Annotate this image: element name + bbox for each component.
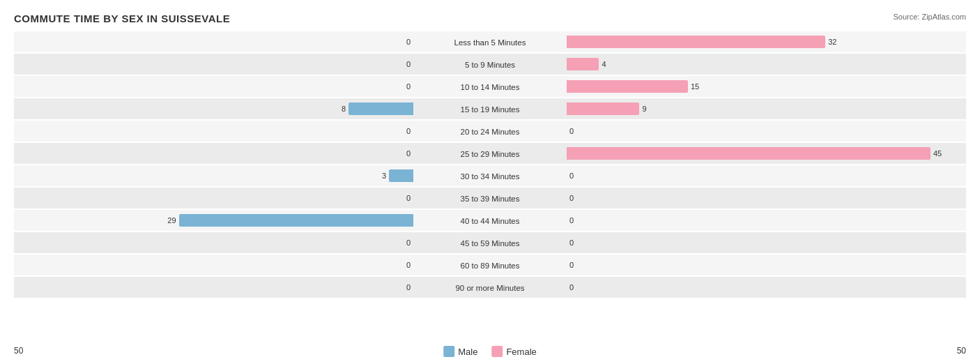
- row-label: Less than 5 Minutes: [454, 38, 526, 47]
- female-bar-container: 9: [567, 103, 647, 115]
- label-area: 45 to 59 Minutes: [413, 236, 567, 249]
- legend-female-color: [491, 346, 503, 357]
- female-value: 0: [569, 283, 574, 291]
- female-bar-container: 0: [567, 281, 574, 294]
- chart-row: 0 10 to 14 Minutes 15: [14, 76, 966, 97]
- female-value: 45: [933, 149, 942, 158]
- row-label: 10 to 14 Minutes: [460, 83, 519, 91]
- label-area: 5 to 9 Minutes: [413, 58, 567, 70]
- female-value: 0: [569, 238, 574, 247]
- female-bar-container: 0: [567, 214, 574, 227]
- male-value: 29: [167, 216, 176, 225]
- axis-right-label: 50: [957, 346, 966, 356]
- label-area: 10 to 14 Minutes: [413, 80, 567, 93]
- chart-row: 0 35 to 39 Minutes 0: [14, 188, 966, 208]
- legend-female-label: Female: [506, 347, 536, 357]
- label-area: 20 to 24 Minutes: [413, 125, 567, 137]
- male-value: 0: [406, 238, 411, 247]
- female-bar-container: 4: [567, 58, 606, 70]
- chart-container: COMMUTE TIME BY SEX IN SUISSEVALE Source…: [0, 0, 980, 364]
- row-content: 8 15 to 19 Minutes 9: [14, 98, 966, 119]
- male-bar-container: 0: [406, 147, 413, 160]
- chart-row: 3 30 to 34 Minutes 0: [14, 165, 966, 186]
- label-area: 40 to 44 Minutes: [413, 214, 567, 227]
- row-label: 45 to 59 Minutes: [460, 239, 519, 248]
- female-value: 0: [569, 172, 574, 180]
- chart-row: 0 60 to 89 Minutes 0: [14, 255, 966, 275]
- label-area: 25 to 29 Minutes: [413, 147, 567, 160]
- female-value: 32: [828, 38, 836, 46]
- male-bar-container: 0: [406, 125, 413, 137]
- male-bar: [179, 214, 413, 227]
- label-area: 30 to 34 Minutes: [413, 169, 567, 182]
- chart-row: 0 5 to 9 Minutes 4: [14, 54, 966, 75]
- male-bar-container: 0: [406, 236, 413, 249]
- row-label: 15 to 19 Minutes: [460, 105, 519, 114]
- male-value: 8: [342, 105, 346, 113]
- female-bar: [567, 36, 825, 48]
- chart-row: 0 20 to 24 Minutes 0: [14, 121, 966, 142]
- label-area: 35 to 39 Minutes: [413, 192, 567, 204]
- legend-male: Male: [443, 346, 477, 357]
- female-bar-container: 32: [567, 36, 836, 48]
- female-bar-container: 0: [567, 259, 574, 271]
- chart-row: 8 15 to 19 Minutes 9: [14, 98, 966, 119]
- legend-male-color: [443, 346, 454, 357]
- female-value: 15: [691, 82, 699, 91]
- female-value: 0: [569, 216, 574, 225]
- male-value: 0: [406, 38, 411, 46]
- male-bar-container: 0: [406, 36, 413, 48]
- male-bar: [389, 169, 413, 182]
- chart-row: 0 25 to 29 Minutes 45: [14, 143, 966, 164]
- row-content: 0 5 to 9 Minutes 4: [14, 54, 966, 75]
- row-label: 30 to 34 Minutes: [460, 172, 519, 181]
- legend-male-label: Male: [458, 347, 477, 357]
- chart-row: 0 Less than 5 Minutes 32: [14, 31, 966, 52]
- row-content: 0 35 to 39 Minutes 0: [14, 188, 966, 208]
- male-value: 0: [406, 149, 411, 158]
- chart-row: 0 90 or more Minutes 0: [14, 277, 966, 298]
- male-value: 0: [406, 60, 411, 68]
- female-bar: [567, 103, 639, 115]
- male-value: 0: [406, 194, 411, 202]
- row-label: 25 to 29 Minutes: [460, 150, 519, 158]
- chart-row: 0 45 to 59 Minutes 0: [14, 232, 966, 253]
- female-bar-container: 0: [567, 236, 574, 249]
- female-bar-container: 0: [567, 192, 574, 204]
- female-bar-container: 45: [567, 147, 942, 160]
- row-content: 0 10 to 14 Minutes 15: [14, 76, 966, 97]
- male-value: 0: [406, 82, 411, 91]
- female-value: 0: [569, 194, 574, 202]
- row-label: 60 to 89 Minutes: [460, 261, 519, 270]
- chart-area: 0 Less than 5 Minutes 32 0 5 to 9 Minute…: [14, 31, 966, 310]
- female-bar-container: 0: [567, 169, 574, 182]
- row-content: 0 20 to 24 Minutes 0: [14, 121, 966, 142]
- row-content: 0 25 to 29 Minutes 45: [14, 143, 966, 164]
- row-label: 20 to 24 Minutes: [460, 128, 519, 136]
- row-content: 3 30 to 34 Minutes 0: [14, 165, 966, 186]
- row-label: 90 or more Minutes: [455, 284, 524, 292]
- chart-title: COMMUTE TIME BY SEX IN SUISSEVALE: [14, 13, 966, 24]
- female-bar: [567, 80, 688, 93]
- male-value: 0: [406, 261, 411, 269]
- source-label: Source: ZipAtlas.com: [893, 13, 966, 21]
- female-bar-container: 15: [567, 80, 699, 93]
- male-bar-container: 3: [382, 169, 413, 182]
- chart-row: 29 40 to 44 Minutes 0: [14, 210, 966, 231]
- male-bar-container: 29: [167, 214, 413, 227]
- row-label: 40 to 44 Minutes: [460, 217, 519, 225]
- label-area: Less than 5 Minutes: [413, 36, 567, 48]
- legend: Male Female: [443, 346, 537, 357]
- male-bar-container: 8: [342, 103, 413, 115]
- row-content: 0 Less than 5 Minutes 32: [14, 31, 966, 52]
- female-value: 0: [569, 127, 574, 135]
- male-bar-container: 0: [406, 80, 413, 93]
- female-value: 0: [569, 261, 574, 269]
- label-area: 60 to 89 Minutes: [413, 259, 567, 271]
- female-bar-container: 0: [567, 125, 574, 137]
- female-bar: [567, 58, 599, 70]
- male-value: 3: [382, 172, 386, 180]
- male-bar-container: 0: [406, 259, 413, 271]
- male-bar-container: 0: [406, 58, 413, 70]
- male-value: 0: [406, 283, 411, 291]
